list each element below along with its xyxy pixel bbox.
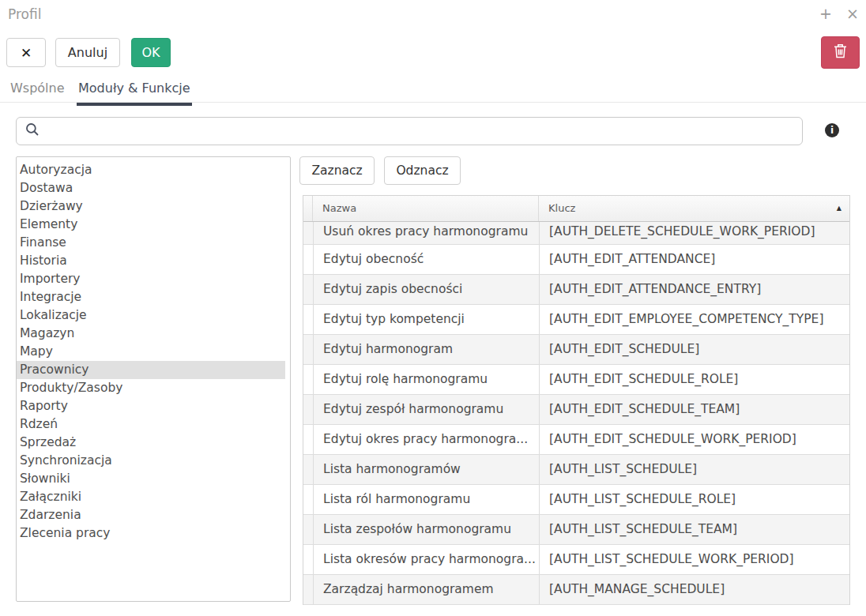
info-icon[interactable]: i <box>825 123 839 137</box>
close-button[interactable]: ✕ <box>6 38 46 67</box>
list-item[interactable]: Elementy <box>17 216 285 234</box>
selection-column-header <box>303 196 313 221</box>
row-key-cell: [AUTH_LIST_SCHEDULE] <box>540 455 849 484</box>
ok-button[interactable]: OK <box>131 38 171 67</box>
column-header-klucz[interactable]: Klucz ▲ <box>539 196 849 221</box>
list-item[interactable]: Mapy <box>17 343 285 361</box>
row-key-cell: [AUTH_EDIT_EMPLOYEE_COMPETENCY_TYPE] <box>540 305 849 334</box>
table-row[interactable]: Edytuj harmonogram[AUTH_EDIT_SCHEDULE] <box>303 335 849 365</box>
tab-moduly-funkcje[interactable]: Moduły & Funkcje <box>77 79 192 106</box>
list-item[interactable]: Pracownicy <box>17 361 285 379</box>
table-body: Usuń okres pracy harmonogramu[AUTH_DELET… <box>303 222 849 605</box>
table-row[interactable]: Lista okresów pracy harmonogra...[AUTH_L… <box>303 545 849 575</box>
row-selection-cell[interactable] <box>303 455 314 484</box>
list-item[interactable]: Synchronizacja <box>17 452 285 470</box>
list-item[interactable]: Historia <box>17 252 285 270</box>
window-controls: + × <box>819 5 860 22</box>
row-key-cell: [AUTH_LIST_SCHEDULE_TEAM] <box>540 515 849 544</box>
list-item[interactable]: Lokalizacje <box>17 306 285 325</box>
delete-button[interactable] <box>821 36 860 69</box>
row-name-cell: Edytuj okres pracy harmonogra... <box>314 425 540 454</box>
table-row[interactable]: Edytuj obecność[AUTH_EDIT_ATTENDANCE] <box>303 245 849 275</box>
row-name-cell: Edytuj obecność <box>314 245 540 274</box>
table-row[interactable]: Lista zespołów harmonogramu[AUTH_LIST_SC… <box>303 515 849 545</box>
row-name-cell: Edytuj harmonogram <box>314 335 540 364</box>
row-key-cell: [AUTH_EDIT_ATTENDANCE_ENTRY] <box>540 275 849 304</box>
row-name-cell: Lista ról harmonogramu <box>314 485 540 514</box>
table-row[interactable]: Lista ról harmonogramu[AUTH_LIST_SCHEDUL… <box>303 485 849 515</box>
module-list: AutoryzacjaDostawaDzierżawyElementyFinan… <box>16 156 291 602</box>
row-key-cell: [AUTH_EDIT_SCHEDULE_ROLE] <box>540 365 849 394</box>
list-item[interactable]: Dzierżawy <box>17 197 285 216</box>
row-name-cell: Edytuj typ kompetencji <box>314 305 540 334</box>
row-selection-cell[interactable] <box>303 515 314 544</box>
row-selection-cell[interactable] <box>303 575 314 604</box>
list-item[interactable]: Raporty <box>17 397 285 415</box>
list-item[interactable]: Rdzeń <box>17 415 285 434</box>
list-item[interactable]: Sprzedaż <box>17 434 285 452</box>
table-row[interactable]: Edytuj rolę harmonogramu[AUTH_EDIT_SCHED… <box>303 365 849 395</box>
tab-bar: Wspólne Moduły & Funkcje <box>0 79 866 103</box>
row-selection-cell[interactable] <box>303 545 314 574</box>
table-row[interactable]: Usuń okres pracy harmonogramu[AUTH_DELET… <box>303 222 849 245</box>
row-selection-cell[interactable] <box>303 485 314 514</box>
row-selection-cell[interactable] <box>303 425 314 454</box>
list-item[interactable]: Słowniki <box>17 470 285 488</box>
row-name-cell: Lista zespołów harmonogramu <box>314 515 540 544</box>
table-header: Nazwa Klucz ▲ <box>303 196 849 222</box>
list-item[interactable]: Autoryzacja <box>17 161 285 179</box>
row-key-cell: [AUTH_EDIT_SCHEDULE] <box>540 335 849 364</box>
row-key-cell: [AUTH_LIST_SCHEDULE_ROLE] <box>540 485 849 514</box>
row-selection-cell[interactable] <box>303 395 314 424</box>
row-selection-cell[interactable] <box>303 305 314 334</box>
table-row[interactable]: Edytuj zespół harmonogramu[AUTH_EDIT_SCH… <box>303 395 849 425</box>
list-item[interactable]: Importery <box>17 270 285 288</box>
list-item[interactable]: Produkty/Zasoby <box>17 379 285 397</box>
column-header-nazwa[interactable]: Nazwa <box>313 196 539 221</box>
tab-wspolne[interactable]: Wspólne <box>9 79 66 103</box>
trash-icon <box>834 43 847 62</box>
row-name-cell: Lista harmonogramów <box>314 455 540 484</box>
add-icon[interactable]: + <box>819 5 833 22</box>
list-item[interactable]: Dostawa <box>17 179 285 197</box>
row-name-cell: Edytuj zapis obecności <box>314 275 540 304</box>
row-selection-cell[interactable] <box>303 222 314 244</box>
permissions-table: Nazwa Klucz ▲ Usuń okres pracy harmonogr… <box>303 195 850 605</box>
list-item[interactable]: Zlecenia pracy <box>17 524 285 543</box>
list-item[interactable]: Zdarzenia <box>17 506 285 524</box>
close-icon[interactable]: × <box>845 5 860 22</box>
search-input[interactable] <box>46 119 802 143</box>
row-name-cell: Usuń okres pracy harmonogramu <box>314 222 540 244</box>
row-key-cell: [AUTH_EDIT_SCHEDULE_WORK_PERIOD] <box>540 425 849 454</box>
row-name-cell: Edytuj zespół harmonogramu <box>314 395 540 424</box>
row-key-cell: [AUTH_EDIT_ATTENDANCE] <box>540 245 849 274</box>
row-selection-cell[interactable] <box>303 275 314 304</box>
row-name-cell: Edytuj rolę harmonogramu <box>314 365 540 394</box>
list-item[interactable]: Integracje <box>17 288 285 306</box>
search-box[interactable] <box>16 117 803 145</box>
row-selection-cell[interactable] <box>303 245 314 274</box>
row-key-cell: [AUTH_MANAGE_SCHEDULE] <box>540 575 849 604</box>
deselect-all-button[interactable]: Odznacz <box>384 156 461 185</box>
row-selection-cell[interactable] <box>303 365 314 394</box>
cancel-button[interactable]: Anuluj <box>55 38 120 67</box>
list-item[interactable]: Finanse <box>17 234 285 252</box>
table-row[interactable]: Zarządzaj harmonogramem[AUTH_MANAGE_SCHE… <box>303 575 849 605</box>
table-row[interactable]: Edytuj typ kompetencji[AUTH_EDIT_EMPLOYE… <box>303 305 849 335</box>
row-key-cell: [AUTH_DELETE_SCHEDULE_WORK_PERIOD] <box>540 222 849 244</box>
table-row[interactable]: Edytuj okres pracy harmonogra...[AUTH_ED… <box>303 425 849 455</box>
search-icon <box>25 122 40 140</box>
sort-asc-icon: ▲ <box>837 196 842 221</box>
list-item[interactable]: Magazyn <box>17 325 285 343</box>
table-row[interactable]: Edytuj zapis obecności[AUTH_EDIT_ATTENDA… <box>303 275 849 305</box>
row-key-cell: [AUTH_EDIT_SCHEDULE_TEAM] <box>540 395 849 424</box>
row-name-cell: Lista okresów pracy harmonogra... <box>314 545 540 574</box>
row-key-cell: [AUTH_LIST_SCHEDULE_WORK_PERIOD] <box>540 545 849 574</box>
list-item[interactable]: Załączniki <box>17 488 285 506</box>
row-selection-cell[interactable] <box>303 335 314 364</box>
page-title: Profil <box>8 6 41 22</box>
select-all-button[interactable]: Zaznacz <box>299 156 375 185</box>
table-row[interactable]: Lista harmonogramów[AUTH_LIST_SCHEDULE] <box>303 455 849 485</box>
row-name-cell: Zarządzaj harmonogramem <box>314 575 540 604</box>
